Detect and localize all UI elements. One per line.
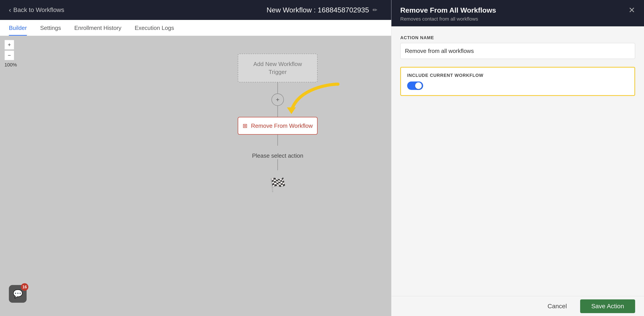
include-workflow-toggle-container (407, 81, 628, 90)
trigger-node[interactable]: Add New WorkflowTrigger (238, 54, 318, 82)
zoom-level: 100% (4, 62, 17, 68)
edit-title-icon[interactable]: ✏ (372, 7, 378, 13)
connector-2 (278, 106, 278, 117)
panel-header: Remove From All Workflows Removes contac… (392, 0, 644, 26)
notification-badge: 16 (21, 283, 28, 291)
connector-4 (278, 159, 278, 170)
zoom-in-button[interactable]: + (4, 40, 14, 50)
tab-enrollment-history[interactable]: Enrollment History (74, 24, 121, 36)
zoom-out-button[interactable]: − (4, 50, 14, 60)
action-node[interactable]: ⊞ Remove From Workflow (238, 117, 318, 135)
action-node-label: Remove From Workflow (251, 123, 313, 129)
workflow-title-text: New Workflow : 1688458702935 (266, 6, 369, 14)
save-action-button[interactable]: Save Action (580, 299, 635, 313)
connector-1 (278, 82, 278, 93)
bottom-bar: Cancel Save Action (392, 296, 644, 316)
action-name-label: ACTION NAME (400, 35, 635, 40)
panel-title: Remove From All Workflows (400, 6, 496, 14)
panel-header-text: Remove From All Workflows Removes contac… (400, 6, 496, 22)
tab-settings[interactable]: Settings (40, 24, 61, 36)
action-node-icon: ⊞ (242, 123, 248, 129)
include-workflow-toggle[interactable] (407, 81, 423, 90)
add-step-button[interactable]: + (272, 93, 284, 106)
workflow-title: New Workflow : 1688458702935 ✏ (266, 6, 378, 14)
workflow-nodes: Add New WorkflowTrigger + ⊞ Remove From … (238, 54, 318, 193)
notification-widget[interactable]: 💬 16 (9, 285, 26, 303)
panel-body: ACTION NAME INCLUDE CURRENT WORKFLOW (392, 26, 644, 316)
tab-execution-logs[interactable]: Execution Logs (134, 24, 174, 36)
tab-builder[interactable]: Builder (9, 24, 27, 36)
connector-3 (278, 135, 278, 146)
trigger-label: Add New WorkflowTrigger (253, 60, 302, 76)
action-name-input[interactable] (400, 43, 635, 59)
cancel-button[interactable]: Cancel (539, 299, 576, 313)
select-action-placeholder: Please select action (252, 152, 303, 159)
close-panel-button[interactable]: ✕ (628, 6, 635, 14)
zoom-controls: + − 100% (4, 40, 17, 68)
back-label: Back to Workflows (13, 6, 64, 13)
include-workflow-label: INCLUDE CURRENT WORKFLOW (407, 73, 628, 78)
right-panel: Remove From All Workflows Removes contac… (391, 0, 644, 316)
back-arrow-icon: ‹ (9, 6, 11, 14)
finish-flag-icon: 🏁 (270, 177, 286, 193)
panel-subtitle: Removes contact from all workflows (400, 16, 496, 22)
notification-icon: 💬 (13, 289, 23, 299)
back-to-workflows-link[interactable]: ‹ Back to Workflows (9, 6, 64, 14)
include-workflow-section: INCLUDE CURRENT WORKFLOW (400, 67, 635, 96)
